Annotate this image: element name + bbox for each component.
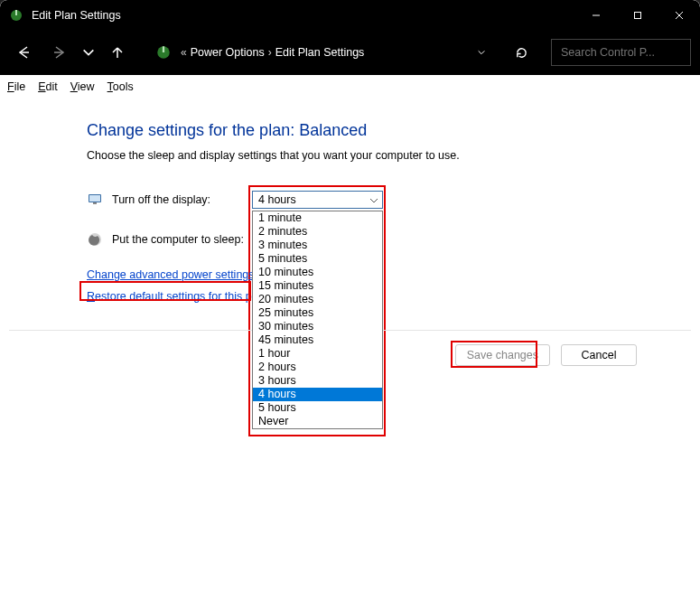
close-button[interactable] bbox=[658, 0, 700, 30]
dropdown-option[interactable]: 20 minutes bbox=[253, 293, 382, 306]
dropdown-option[interactable]: 1 minute bbox=[253, 211, 382, 225]
svg-rect-14 bbox=[93, 202, 97, 204]
chevron-left-icon: « bbox=[181, 46, 187, 59]
page-subtext: Choose the sleep and display settings th… bbox=[87, 149, 646, 162]
address-bar[interactable]: « Power Options › Edit Plan Settings bbox=[148, 39, 461, 66]
cancel-button[interactable]: Cancel bbox=[561, 344, 637, 366]
dropdown-option[interactable]: 30 minutes bbox=[253, 320, 382, 333]
dropdown-option[interactable]: 10 minutes bbox=[253, 266, 382, 279]
dropdown-option[interactable]: 4 hours bbox=[253, 388, 382, 401]
dropdown-option[interactable]: 25 minutes bbox=[253, 306, 382, 320]
menu-bar: File Edit View Tools bbox=[0, 75, 700, 98]
display-label: Turn off the display: bbox=[112, 193, 252, 206]
menu-view[interactable]: View bbox=[70, 80, 95, 93]
app-icon bbox=[9, 8, 23, 23]
control-panel-icon bbox=[155, 44, 172, 61]
display-row: Turn off the display: 4 hours 1 minute2 … bbox=[87, 189, 646, 211]
save-button[interactable]: Save changes bbox=[455, 344, 550, 366]
display-select[interactable]: 4 hours bbox=[252, 191, 383, 209]
content-area: Change settings for the plan: Balanced C… bbox=[0, 98, 700, 303]
recent-locations-button[interactable] bbox=[81, 38, 96, 67]
menu-file[interactable]: File bbox=[7, 80, 25, 93]
sleep-icon bbox=[87, 231, 103, 248]
window-title: Edit Plan Settings bbox=[32, 9, 121, 22]
display-icon bbox=[87, 192, 103, 208]
dropdown-option[interactable]: 5 hours bbox=[253, 401, 382, 415]
sleep-label: Put the computer to sleep: bbox=[112, 233, 252, 246]
dropdown-option[interactable]: Never bbox=[253, 415, 382, 428]
breadcrumb-edit-plan-settings[interactable]: Edit Plan Settings bbox=[275, 46, 365, 59]
chevron-down-icon bbox=[369, 195, 378, 208]
page-heading: Change settings for the plan: Balanced bbox=[87, 121, 646, 140]
titlebar: Edit Plan Settings bbox=[0, 0, 700, 30]
forward-button[interactable] bbox=[45, 38, 74, 67]
address-dropdown-button[interactable] bbox=[468, 39, 495, 66]
svg-rect-13 bbox=[89, 195, 100, 202]
maximize-button[interactable] bbox=[617, 0, 658, 30]
dropdown-option[interactable]: 45 minutes bbox=[253, 333, 382, 347]
dropdown-option[interactable]: 1 hour bbox=[253, 347, 382, 361]
back-button[interactable] bbox=[9, 38, 38, 67]
menu-tools[interactable]: Tools bbox=[107, 80, 134, 93]
svg-rect-1 bbox=[15, 10, 17, 15]
minimize-button[interactable] bbox=[575, 0, 617, 30]
refresh-button[interactable] bbox=[508, 39, 535, 66]
svg-rect-3 bbox=[635, 12, 641, 18]
display-select-value: 4 hours bbox=[258, 193, 296, 206]
window: Edit Plan Settings « Power Options › Edi… bbox=[0, 0, 700, 591]
search-input[interactable] bbox=[559, 45, 700, 60]
navigation-toolbar: « Power Options › Edit Plan Settings bbox=[0, 30, 700, 75]
display-select-wrap: 4 hours 1 minute2 minutes3 minutes5 minu… bbox=[252, 191, 383, 209]
dropdown-option[interactable]: 5 minutes bbox=[253, 252, 382, 266]
svg-rect-9 bbox=[163, 46, 164, 52]
dropdown-option[interactable]: 2 minutes bbox=[253, 225, 382, 239]
chevron-right-icon: › bbox=[268, 46, 272, 59]
dropdown-option[interactable]: 3 minutes bbox=[253, 239, 382, 252]
dropdown-option[interactable]: 15 minutes bbox=[253, 279, 382, 293]
up-button[interactable] bbox=[103, 38, 132, 67]
menu-edit[interactable]: Edit bbox=[38, 80, 58, 93]
dropdown-option[interactable]: 3 hours bbox=[253, 374, 382, 388]
dropdown-option[interactable]: 2 hours bbox=[253, 361, 382, 374]
display-dropdown-list[interactable]: 1 minute2 minutes3 minutes5 minutes10 mi… bbox=[252, 211, 383, 429]
search-box[interactable] bbox=[551, 39, 691, 66]
breadcrumb-power-options[interactable]: Power Options bbox=[191, 46, 265, 59]
